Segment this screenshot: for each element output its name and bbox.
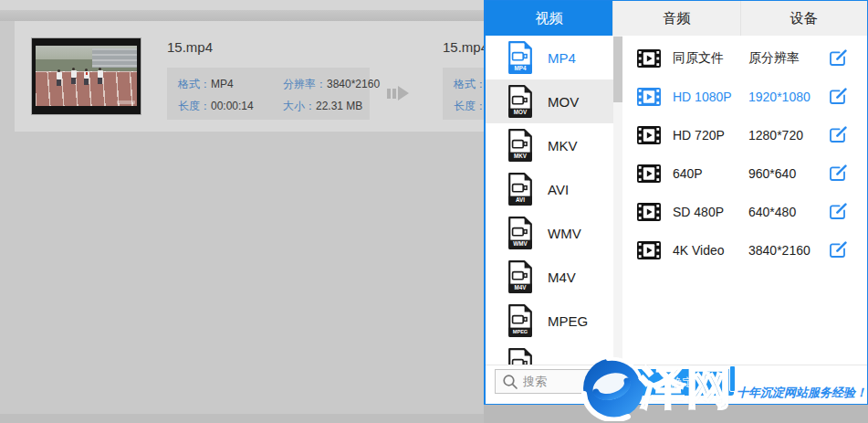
zewang-logo-icon xyxy=(580,355,646,421)
edit-profile-icon[interactable] xyxy=(829,203,847,221)
profile-row-4k[interactable]: 4K Video 3840*2160 xyxy=(622,231,867,270)
profile-resolution: 原分辨率 xyxy=(748,50,829,67)
wmv-file-icon: WMV xyxy=(507,217,533,249)
profile-resolution: 1920*1080 xyxy=(748,90,829,104)
profile-row-original[interactable]: 同原文件 原分辨率 xyxy=(622,39,867,78)
film-icon xyxy=(637,88,661,106)
edit-profile-icon[interactable] xyxy=(829,164,847,183)
format-item-mov[interactable]: MOV MOV xyxy=(486,79,613,123)
profile-name: SD 480P xyxy=(673,205,748,219)
size-value: 22.31 MB xyxy=(316,100,362,112)
mov-file-icon: MOV xyxy=(507,85,533,118)
profile-name: HD 720P xyxy=(673,128,748,143)
avi-file-icon: AVI xyxy=(507,173,533,206)
zewang-watermark-text: 泽网 xyxy=(640,357,733,418)
film-icon xyxy=(637,126,661,144)
format-item-mpeg[interactable]: MPEG MPEG xyxy=(486,299,613,343)
svg-text:AVI: AVI xyxy=(516,196,525,203)
format-list-scrollbar[interactable] xyxy=(613,36,622,365)
thumb-building xyxy=(92,48,137,67)
source-file-info: 格式：MP4 分辨率：3840*2160 长度：00:00:14 大小：22.3… xyxy=(167,68,370,120)
format-label: 格式： xyxy=(178,78,211,90)
resolution-label: 分辨率： xyxy=(283,78,327,90)
duration-label: 长度： xyxy=(178,100,211,112)
format-value: MP4 xyxy=(211,78,234,90)
watermark-bracket xyxy=(729,365,736,392)
size-label: 大小： xyxy=(283,100,316,112)
format-item-avi[interactable]: AVI AVI xyxy=(486,167,613,211)
svg-text:M4V: M4V xyxy=(515,284,528,291)
film-icon xyxy=(637,241,661,259)
format-item-mp4[interactable]: MP4 MP4 xyxy=(486,36,613,79)
duration-label: 长度： xyxy=(454,100,484,112)
thumb-person xyxy=(56,69,62,86)
format-item-label: WMV xyxy=(548,226,581,241)
output-format-popup: 视频 音频 设备 MP4 MP4 MOV MOV MKV MKV AVI AVI… xyxy=(484,0,868,405)
svg-text:MOV: MOV xyxy=(514,109,528,115)
target-file-info: 格式：mp4 长度：00:00:14 xyxy=(443,68,484,120)
video-thumbnail-frame xyxy=(36,46,137,106)
duration-value: 00:00:14 xyxy=(211,100,254,112)
film-icon xyxy=(637,203,661,221)
resolution-value: 3840*2160 xyxy=(327,78,380,90)
profile-name: 同原文件 xyxy=(673,50,748,67)
popup-tab-bar: 视频 音频 设备 xyxy=(486,1,867,36)
profile-name: HD 1080P xyxy=(673,90,748,104)
profile-resolution: 960*640 xyxy=(748,166,829,181)
profile-row-hd1080p[interactable]: HD 1080P 1920*1080 xyxy=(622,78,867,116)
profile-list: 同原文件 原分辨率 HD 1080P 1920*1080 HD 720P 128… xyxy=(622,36,867,365)
source-file-name: 15.mp4 xyxy=(167,39,213,55)
window-bottom-edge xyxy=(0,414,484,423)
profile-name: 4K Video xyxy=(673,243,748,258)
profile-resolution: 3840*2160 xyxy=(748,243,829,258)
m4v-file-icon: M4V xyxy=(507,260,533,293)
format-item-label: AVI xyxy=(548,182,569,197)
scrollbar-thumb[interactable] xyxy=(613,37,622,102)
thumb-watermark xyxy=(117,100,135,104)
edit-profile-icon[interactable] xyxy=(829,88,847,106)
film-icon xyxy=(637,164,661,183)
profile-row-hd720p[interactable]: HD 720P 1280*720 xyxy=(622,116,867,154)
format-item-label: MPEG xyxy=(548,313,588,329)
tab-audio[interactable]: 音频 xyxy=(612,1,740,36)
format-item-wmv[interactable]: WMV WMV xyxy=(486,211,613,255)
mpeg-file-icon: MPEG xyxy=(507,304,533,337)
watermark-slogan: 十年沉淀网站服务经验！ xyxy=(737,385,867,401)
format-list: MP4 MP4 MOV MOV MKV MKV AVI AVI WMV WMV … xyxy=(486,36,613,365)
profile-resolution: 1280*720 xyxy=(748,128,829,143)
profile-row-sd480p[interactable]: SD 480P 640*480 xyxy=(622,193,867,231)
format-item-label: M4V xyxy=(548,270,576,285)
profile-name: 640P xyxy=(673,166,748,181)
tab-video[interactable]: 视频 xyxy=(486,1,612,36)
file-list-row[interactable]: 15.mp4 格式：MP4 分辨率：3840*2160 长度：00:00:14 … xyxy=(15,21,484,132)
format-item-label: MKV xyxy=(548,138,578,153)
convert-arrow-icon xyxy=(387,86,409,100)
thumb-person xyxy=(97,68,103,84)
target-file-name: 15.mp4 xyxy=(443,39,484,55)
format-item-mkv[interactable]: MKV MKV xyxy=(486,123,613,167)
file-icon xyxy=(507,348,533,365)
mp4-file-icon: MP4 xyxy=(507,41,533,74)
format-item-m4v[interactable]: M4V M4V xyxy=(486,255,613,299)
profile-row-640p[interactable]: 640P 960*640 xyxy=(622,154,867,193)
format-item-label: MP4 xyxy=(548,50,576,66)
tab-device[interactable]: 设备 xyxy=(740,1,868,36)
svg-text:MP4: MP4 xyxy=(515,65,527,71)
thumb-person xyxy=(70,68,77,84)
film-icon xyxy=(637,49,661,68)
svg-text:MPEG: MPEG xyxy=(513,329,528,334)
svg-text:WMV: WMV xyxy=(513,240,528,247)
edit-profile-icon[interactable] xyxy=(829,49,847,68)
thumb-person xyxy=(83,69,89,85)
edit-profile-icon[interactable] xyxy=(829,126,847,144)
svg-text:MKV: MKV xyxy=(514,153,528,159)
search-icon xyxy=(502,374,518,390)
format-label: 格式： xyxy=(454,78,484,90)
mkv-file-icon: MKV xyxy=(507,129,533,162)
video-thumbnail xyxy=(31,37,141,115)
format-item-label: MOV xyxy=(548,94,579,110)
edit-profile-icon[interactable] xyxy=(829,241,847,259)
profile-resolution: 640*480 xyxy=(748,205,829,219)
